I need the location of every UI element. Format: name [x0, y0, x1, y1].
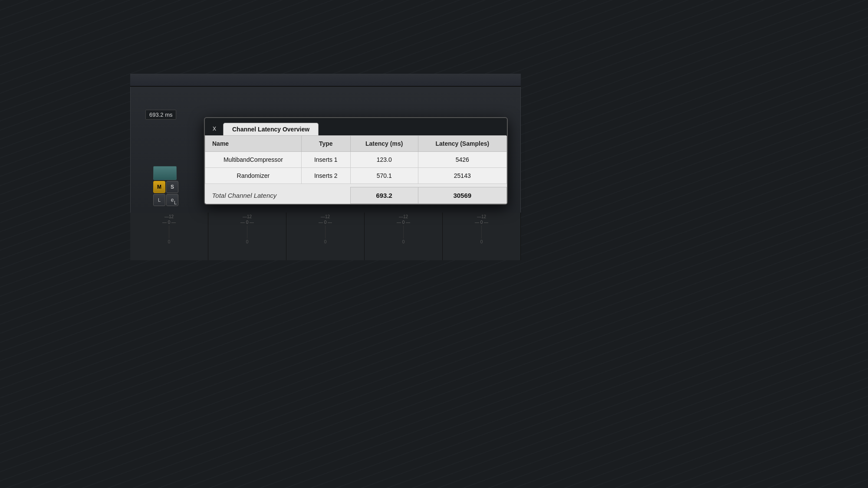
modal-header: x Channel Latency Overview — [205, 118, 507, 135]
channel-strip-2: —12 — 0 — 0 — [208, 213, 286, 260]
table-header-row: Name Type Latency (ms) Latency (Samples) — [205, 136, 507, 152]
row2-name: Randomizer — [205, 168, 302, 184]
button-row-1: M S — [153, 181, 178, 193]
modal-tab[interactable]: Channel Latency Overview — [223, 123, 319, 135]
row1-name: MultibandCompressor — [205, 152, 302, 168]
total-label: Total Channel Latency — [205, 187, 351, 204]
channel-strip-1: —12 — 0 — 0 — [130, 213, 208, 260]
row1-type: Inserts 1 — [301, 152, 350, 168]
fader-line-2 — [247, 226, 247, 239]
modal-content: Name Type Latency (ms) Latency (Samples)… — [205, 135, 507, 204]
total-latency-ms: 693.2 — [350, 187, 418, 204]
channel-strip-4: —12 — 0 — 0 — [365, 213, 443, 260]
fader-mark-4: — 0 — — [240, 220, 254, 225]
fader-mark-1: —12 — [164, 214, 174, 219]
col-header-name: Name — [205, 136, 302, 152]
table-separator-row — [205, 184, 507, 187]
mixer-channel-strips: —12 — 0 — 0 —12 — 0 — 0 —12 — 0 — 0 —12 … — [130, 213, 521, 260]
fader-num-1: 0 — [168, 239, 171, 244]
latency-value: 693.2 ms — [149, 111, 172, 118]
channel-strip-3: —12 — 0 — 0 — [286, 213, 365, 260]
channel-strip-5: —12 — 0 — 0 — [443, 213, 521, 260]
solo-button[interactable]: S — [166, 181, 178, 193]
table-row: MultibandCompressor Inserts 1 123.0 5426 — [205, 152, 507, 168]
channel-controls: L M S L e — [153, 166, 178, 206]
table-row: Randomizer Inserts 2 570.1 25143 — [205, 168, 507, 184]
latency-badge: 693.2 ms — [145, 110, 176, 120]
row1-latency-samples: 5426 — [418, 152, 506, 168]
modal-close-button[interactable]: x — [209, 123, 220, 134]
col-header-latency-ms: Latency (ms) — [350, 136, 418, 152]
total-row: Total Channel Latency 693.2 30569 — [205, 187, 507, 204]
col-header-type: Type — [301, 136, 350, 152]
channel-l-label: L — [174, 200, 177, 205]
row2-latency-samples: 25143 — [418, 168, 506, 184]
fader-line-1 — [169, 226, 169, 239]
row1-latency-ms: 123.0 — [350, 152, 418, 168]
col-header-latency-samples: Latency (Samples) — [418, 136, 506, 152]
row2-latency-ms: 570.1 — [350, 168, 418, 184]
row2-type: Inserts 2 — [301, 168, 350, 184]
link-button[interactable]: L — [153, 194, 165, 206]
latency-table: Name Type Latency (ms) Latency (Samples)… — [205, 135, 507, 204]
channel-latency-modal: x Channel Latency Overview Name Type Lat… — [204, 117, 508, 205]
total-latency-samples: 30569 — [418, 187, 506, 204]
timeline-bar — [130, 74, 521, 87]
channel-color-bar: L — [153, 166, 177, 180]
mute-button[interactable]: M — [153, 181, 165, 193]
fader-mark-2: — 0 — — [162, 220, 176, 225]
fader-mark-3: —12 — [243, 214, 252, 219]
fader-num-2: 0 — [246, 239, 249, 244]
